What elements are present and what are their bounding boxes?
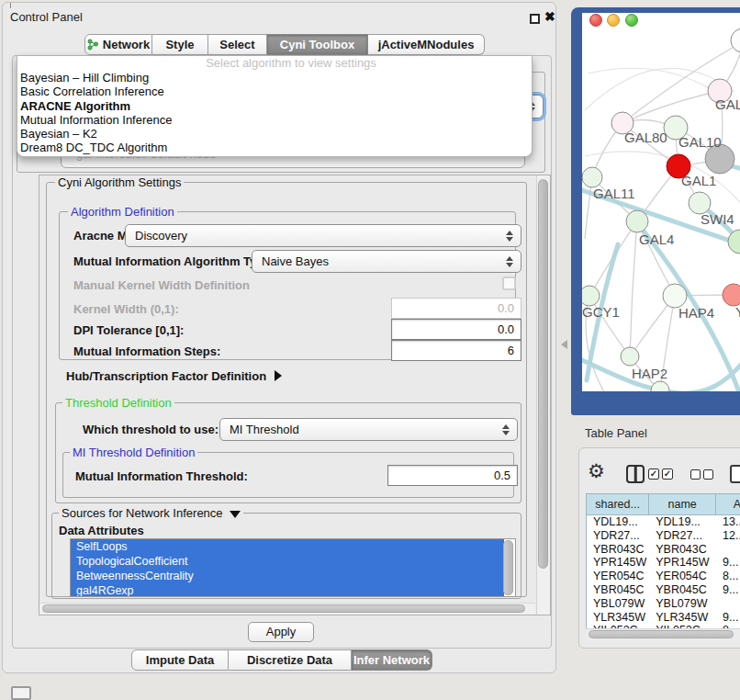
data-attributes-list[interactable]: SelfLoopsTopologicalCoefficientBetweenne… <box>70 538 516 597</box>
apply-button[interactable]: Apply <box>248 622 314 642</box>
select-all-checkbox-icon-2[interactable]: ✓ <box>662 469 673 480</box>
collapsed-arrow-icon <box>275 370 282 381</box>
combo-spinner-icon <box>506 256 513 267</box>
network-node-hap2[interactable] <box>621 347 639 366</box>
table-row[interactable]: YBR043CYBR043C <box>587 543 740 557</box>
control-panel-title: Control Panel <box>10 10 83 24</box>
attribute-item-betweennesscentrality[interactable]: BetweennessCentrality <box>71 569 504 583</box>
tab-impute-data[interactable]: Impute Data <box>131 649 229 671</box>
settings-hscrollbar-thumb[interactable] <box>42 604 525 613</box>
tab-style[interactable]: Style <box>152 34 208 55</box>
mi-type-label: Mutual Information Algorithm Type: <box>73 254 275 268</box>
tab-infer-network[interactable]: Infer Network <box>352 649 432 671</box>
network-node[interactable] <box>731 28 740 52</box>
table-cell: 12... <box>716 529 740 543</box>
table-row[interactable]: YBR045CYBR045C9... <box>587 583 740 597</box>
table-panel-title: Table Panel <box>585 426 647 440</box>
kernel-width-label: Kernel Width (0,1): <box>73 302 179 316</box>
mi-threshold-field[interactable]: 0.5 <box>387 465 518 486</box>
table-row[interactable]: YPR145WYPR145W9... <box>587 556 740 570</box>
cyni-toolbox-panel: gal-filtered.sif default node Select alg… <box>12 55 552 649</box>
bottom-tabs: Impute DataDiscretize DataInfer Network <box>131 649 432 671</box>
table-row[interactable]: YER054CYER054C8... <box>587 570 740 583</box>
tab-discretize-data[interactable]: Discretize Data <box>229 649 352 671</box>
cyni-algorithm-settings-title: Cyni Algorithm Settings <box>55 175 184 189</box>
table-cell: YDL19... <box>649 515 716 529</box>
table-row[interactable]: YBL079WYBL079W <box>587 597 740 611</box>
table-cell: YPR145W <box>587 556 649 570</box>
sources-title-text: Sources for Network Inference <box>62 506 223 520</box>
algorithm-option-dream8-dc-tdc-algorithm[interactable]: Dream8 DC_TDC Algorithm <box>17 141 532 154</box>
import-table-icon[interactable] <box>730 465 740 483</box>
close-icon[interactable]: ✖ <box>544 9 555 24</box>
algorithm-option-aracne-algorithm[interactable]: ARACNE Algorithm <box>17 99 532 113</box>
table-row[interactable]: YDR27...YDR27...12... <box>587 529 740 543</box>
table-cell: YPR145W <box>649 556 716 570</box>
mi-threshold-label: Mutual Information Threshold: <box>75 469 248 483</box>
tab-label: jActiveMNodules <box>378 38 475 51</box>
table-cell: YDR27... <box>587 529 649 543</box>
combo-spinner-icon <box>502 424 510 435</box>
aracne-mode-value: Discovery <box>135 225 187 247</box>
attribute-item-topologicalcoefficient[interactable]: TopologicalCoefficient <box>71 554 504 569</box>
table-row[interactable]: YDL19...YDL19...13... <box>587 515 740 529</box>
network-node-gal11[interactable] <box>582 167 602 187</box>
algorithm-option-basic-correlation-inference[interactable]: Basic Correlation Inference <box>17 85 532 98</box>
table-cell <box>716 597 740 611</box>
select-all-checkbox-icon[interactable]: ✓ <box>648 469 659 480</box>
network-node-gal4[interactable] <box>626 210 648 232</box>
attributes-vscrollbar-thumb[interactable] <box>503 540 513 595</box>
panel-splitter-handle[interactable] <box>561 340 567 349</box>
tab-network[interactable]: Network <box>84 34 152 55</box>
deselect-all-checkbox-icon[interactable] <box>690 469 701 480</box>
aracne-mode-combo[interactable]: Discovery <box>125 224 521 247</box>
algorithm-option-mutual-information-inference[interactable]: Mutual Information Inference <box>17 113 532 127</box>
float-window-icon[interactable] <box>530 14 540 24</box>
which-threshold-value: MI Threshold <box>230 419 299 441</box>
node-table[interactable]: shared...nameA... YDL19...YDL19...13...Y… <box>586 493 740 640</box>
kernel-width-value: 0.0 <box>498 301 514 315</box>
which-threshold-combo[interactable]: MI Threshold <box>219 418 518 441</box>
table-cell: YBL079W <box>649 597 716 611</box>
network-node-gcy1[interactable] <box>582 286 600 306</box>
gear-icon[interactable]: ⚙ <box>588 460 605 482</box>
algorithm-option-bayesian-k2[interactable]: Bayesian – K2 <box>17 127 532 141</box>
which-threshold-label: Which threshold to use: <box>83 423 219 436</box>
table-cell: YLR345W <box>587 611 649 625</box>
minimized-panel-icon[interactable] <box>11 686 31 700</box>
tab-label: Impute Data <box>146 653 214 667</box>
attribute-item-gal4rgexp[interactable]: gal4RGexp <box>71 583 504 597</box>
manual-kernel-checkbox[interactable] <box>502 277 516 290</box>
mi-steps-label: Mutual Information Steps: <box>73 344 220 358</box>
table-cell: YBR045C <box>587 583 649 597</box>
tab-cyni-toolbox[interactable]: Cyni Toolbox <box>267 34 368 55</box>
node-label-gal80: GAL80 <box>624 130 667 145</box>
deselect-all-checkbox-icon-2[interactable] <box>703 469 713 480</box>
tab-jactivemnodules[interactable]: jActiveMNodules <box>368 34 485 55</box>
mi-threshold-group-title: MI Threshold Definition <box>70 446 197 459</box>
table-hscrollbar-thumb[interactable] <box>589 630 734 638</box>
mi-steps-field[interactable]: 6 <box>391 340 521 361</box>
attribute-item-selfloops[interactable]: SelfLoops <box>71 539 504 554</box>
tab-select[interactable]: Select <box>208 34 267 55</box>
column-header-shared[interactable]: shared... <box>587 494 649 514</box>
sources-group-title[interactable]: Sources for Network Inference <box>59 506 243 520</box>
column-header-name[interactable]: name <box>649 494 716 514</box>
dpi-tolerance-value: 0.0 <box>498 322 514 336</box>
network-node-y[interactable] <box>723 284 740 306</box>
hub-definition-toggle[interactable]: Hub/Transcription Factor Definition <box>66 369 282 383</box>
table-row[interactable]: YLR345WYLR345W9... <box>587 611 740 625</box>
network-node[interactable] <box>651 381 669 391</box>
node-label-hap2: HAP2 <box>632 366 667 381</box>
kernel-width-field[interactable]: 0.0 <box>391 298 521 319</box>
mi-type-combo[interactable]: Naive Bayes <box>252 250 521 273</box>
dpi-tolerance-label: DPI Tolerance [0,1]: <box>73 323 184 337</box>
column-header-a[interactable]: A... <box>716 494 740 514</box>
dpi-tolerance-field[interactable]: 0.0 <box>391 319 521 340</box>
column-browser-icon[interactable] <box>626 465 645 483</box>
network-canvas[interactable]: GALGAL80GAL10GAL1GAL11SWI4GAL4GCY1HAP4YH… <box>582 13 740 391</box>
settings-vscrollbar-thumb[interactable] <box>538 179 548 569</box>
table-cell: 9... <box>716 583 740 597</box>
table-header-row: shared...nameA... <box>587 494 740 515</box>
algorithm-option-bayesian-hill-climbing[interactable]: Bayesian – Hill Climbing <box>17 71 532 85</box>
